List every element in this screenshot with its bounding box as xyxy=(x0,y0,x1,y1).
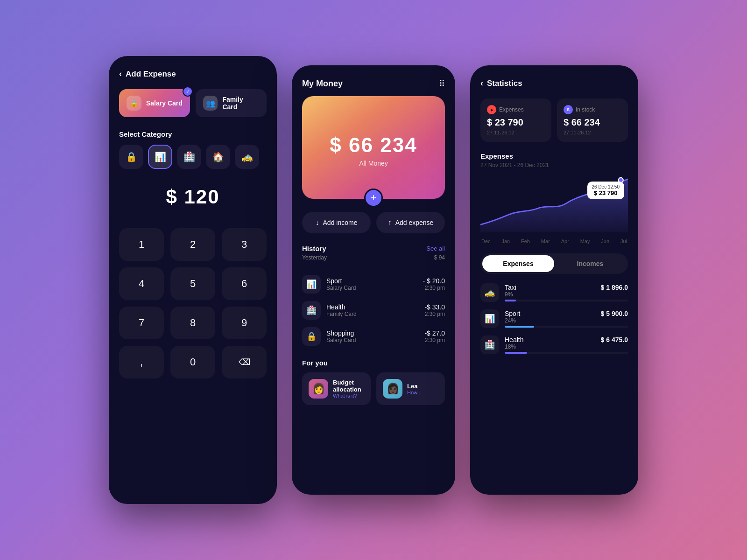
chart-label-apr: Apr xyxy=(561,238,569,244)
shopping-icon: 🔒 xyxy=(302,327,321,346)
cat-health-icon[interactable]: 🏥 xyxy=(177,145,201,169)
family-card-label: Family Card xyxy=(222,96,259,111)
stat-item-sport: 📊 Sport $ 5 900.0 24% xyxy=(480,309,628,328)
add-income-button[interactable]: ↓ Add income xyxy=(302,212,371,233)
back-header[interactable]: ‹ Add Expense xyxy=(119,69,267,79)
cat-chart-icon[interactable]: 📊 xyxy=(148,145,172,169)
card-tabs: 🔒 Salary Card ✓ 👥 Family Card xyxy=(119,89,267,117)
shopping-time: 2:30 pm xyxy=(424,337,445,343)
chart-label-mar: Mar xyxy=(541,238,550,244)
health-stat-name: Health xyxy=(505,336,523,343)
health-amount: -$ 33.0 xyxy=(424,303,445,311)
sport-stat-icon: 📊 xyxy=(480,309,499,328)
add-balance-button[interactable]: + xyxy=(364,189,383,207)
num-3[interactable]: 3 xyxy=(222,228,267,261)
chart-label-dec: Dec xyxy=(481,238,491,244)
health-stat-pct: 18% xyxy=(505,343,628,350)
num-2[interactable]: 2 xyxy=(170,228,215,261)
expense-arrow-icon: ↑ xyxy=(388,218,392,227)
chart-label-may: May xyxy=(580,238,590,244)
sport-card: Salary Card xyxy=(326,285,417,291)
num-5[interactable]: 5 xyxy=(170,267,215,300)
instock-icon: S xyxy=(564,105,573,114)
num-4[interactable]: 4 xyxy=(119,267,164,300)
budget-card-name: Budget allocation xyxy=(333,379,364,393)
instock-stat-card: S In stock $ 66 234 27.11-26.12 xyxy=(557,98,628,142)
instock-amount: $ 66 234 xyxy=(564,117,621,128)
shopping-name: Shopping xyxy=(326,329,419,337)
num-1[interactable]: 1 xyxy=(119,228,164,261)
stats-back-chevron-icon[interactable]: ‹ xyxy=(480,78,483,88)
num-6[interactable]: 6 xyxy=(222,267,267,300)
stats-back-header[interactable]: ‹ Statistics xyxy=(480,78,628,88)
sport-amount: - $ 20.0 xyxy=(423,277,445,285)
budget-card-sub: What is it? xyxy=(333,393,364,399)
salary-icon: 🔒 xyxy=(127,96,141,111)
stats-summary-cards: ● Expenses $ 23 790 27.11-26.12 S In sto… xyxy=(480,98,628,142)
shopping-amount: -$ 27.0 xyxy=(424,329,445,337)
family-card-tab[interactable]: 👥 Family Card xyxy=(196,89,267,117)
for-you-lea-card[interactable]: 👩🏿 Lea How... xyxy=(376,372,445,405)
lea-card-name: Lea xyxy=(407,383,422,390)
statistics-phone: ‹ Statistics ● Expenses $ 23 790 27.11-2… xyxy=(470,65,638,495)
sport-stat-name: Sport xyxy=(505,310,520,317)
lea-card-sub: How... xyxy=(407,390,422,395)
health-time: 2:30 pm xyxy=(424,311,445,317)
phone1-title: Add Expense xyxy=(126,70,176,79)
for-you-budget-card[interactable]: 👩 Budget allocation What is it? xyxy=(302,372,371,405)
chart-section: Expenses 27 Nov 2021 - 26 Dec 2021 26 De… xyxy=(480,152,628,244)
income-arrow-icon: ↓ xyxy=(316,218,319,227)
cat-home-icon[interactable]: 🏠 xyxy=(206,145,230,169)
see-all-link[interactable]: See all xyxy=(426,245,445,252)
expenses-tab-button[interactable]: Expenses xyxy=(482,255,554,272)
sport-icon: 📊 xyxy=(302,275,321,294)
backspace-button[interactable]: ⌫ xyxy=(222,346,267,378)
cat-taxi-icon[interactable]: 🚕 xyxy=(235,145,259,169)
sport-progress-bar xyxy=(505,326,628,328)
history-item-sport: 📊 Sport Salary Card - $ 20.0 2:30 pm xyxy=(302,271,445,297)
tooltip-date: 26 Dec 12:50 xyxy=(592,184,620,189)
numpad: 1 2 3 4 5 6 7 8 9 , 0 ⌫ xyxy=(119,228,267,378)
add-expense-label: Add expense xyxy=(395,219,434,226)
amount-display: $ 120 xyxy=(119,186,267,208)
health-name: Health xyxy=(326,303,419,311)
taxi-stat-icon: 🚕 xyxy=(480,283,499,302)
salary-card-label: Salary Card xyxy=(146,99,183,107)
lea-avatar: 👩🏿 xyxy=(383,379,402,399)
history-item-shopping: 🔒 Shopping Salary Card -$ 27.0 2:30 pm xyxy=(302,323,445,350)
add-expense-button[interactable]: ↑ Add expense xyxy=(376,212,445,233)
balance-amount: $ 66 234 xyxy=(330,133,417,157)
back-chevron-icon[interactable]: ‹ xyxy=(119,69,122,79)
num-0[interactable]: 0 xyxy=(170,346,215,378)
check-badge: ✓ xyxy=(183,86,193,97)
incomes-tab-button[interactable]: Incomes xyxy=(554,255,626,272)
stat-item-health: 🏥 Health $ 6 475.0 18% xyxy=(480,336,628,354)
balance-label: All Money xyxy=(359,160,388,167)
chart-label-jun: Jun xyxy=(601,238,609,244)
health-stat-amount: $ 6 475.0 xyxy=(601,336,628,343)
my-money-header: My Money ⠿ xyxy=(302,78,445,89)
stats-title: Statistics xyxy=(487,79,522,88)
sport-name: Sport xyxy=(326,277,417,285)
budget-avatar: 👩 xyxy=(309,379,328,399)
health-progress-fill xyxy=(505,352,527,354)
num-comma[interactable]: , xyxy=(119,346,164,378)
chart-label-jan: Jan xyxy=(501,238,510,244)
tooltip-amount: $ 23 790 xyxy=(592,189,620,196)
num-9[interactable]: 9 xyxy=(222,307,267,339)
salary-card-tab[interactable]: 🔒 Salary Card ✓ xyxy=(119,89,190,117)
sport-stat-amount: $ 5 900.0 xyxy=(601,310,628,317)
stat-item-taxi: 🚕 Taxi $ 1 896.0 9% xyxy=(480,283,628,302)
cat-lock-icon[interactable]: 🔒 xyxy=(119,145,143,169)
num-8[interactable]: 8 xyxy=(170,307,215,339)
health-progress-bar xyxy=(505,352,628,354)
dots-menu-icon[interactable]: ⠿ xyxy=(439,78,445,89)
num-7[interactable]: 7 xyxy=(119,307,164,339)
expenses-date: 27.11-26.12 xyxy=(487,130,545,135)
instock-date: 27.11-26.12 xyxy=(564,130,621,135)
chart-title: Expenses xyxy=(480,152,628,160)
for-you-section: For you 👩 Budget allocation What is it? … xyxy=(302,359,445,405)
chart-area: 26 Dec 12:50 $ 23 790 xyxy=(480,174,628,235)
history-item-health: 🏥 Health Family Card -$ 33.0 2:30 pm xyxy=(302,297,445,323)
select-category-label: Select Category xyxy=(119,130,267,138)
